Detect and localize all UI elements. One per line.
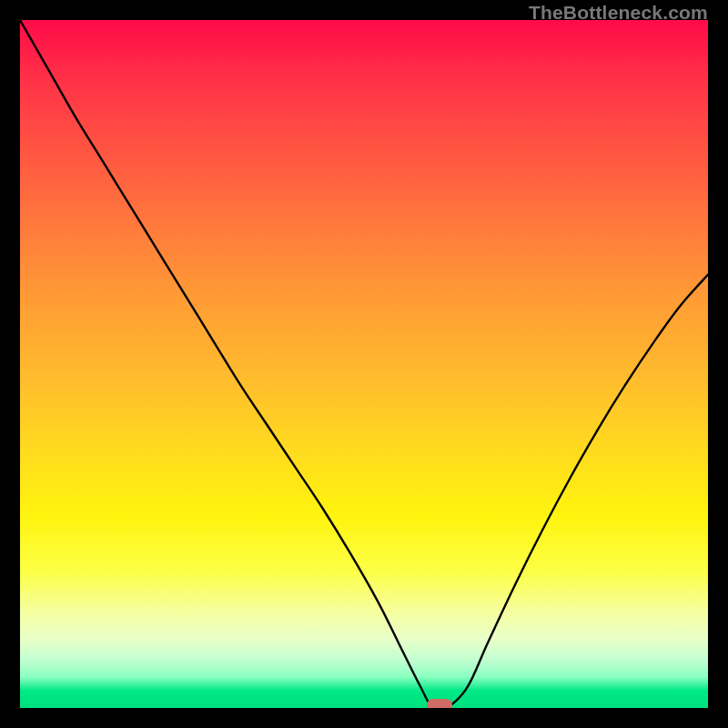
bottleneck-curve-path <box>20 20 708 708</box>
curve-layer <box>20 20 708 708</box>
watermark-label: TheBottleneck.com <box>529 2 708 24</box>
plot-area <box>20 20 708 708</box>
chart-stage: TheBottleneck.com <box>0 0 728 728</box>
optimal-marker <box>427 699 452 708</box>
